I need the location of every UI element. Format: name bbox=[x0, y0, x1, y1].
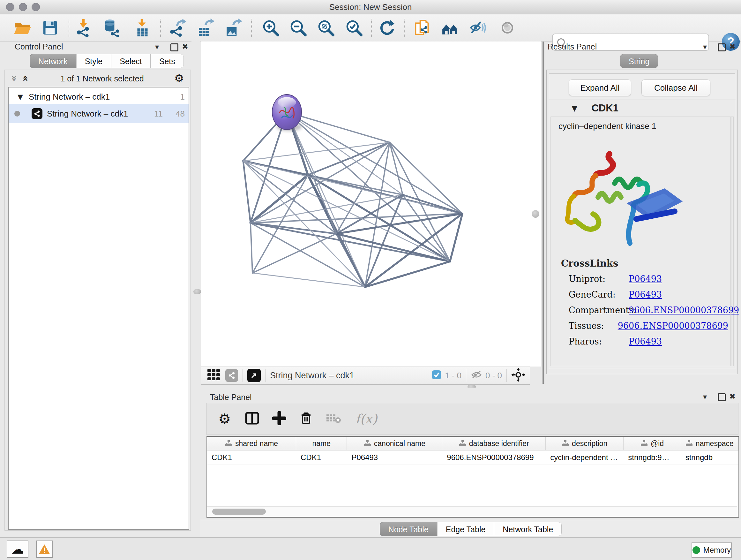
tab-style[interactable]: Style bbox=[76, 54, 111, 68]
zoom-selected-button[interactable] bbox=[344, 18, 363, 37]
hide-details-button[interactable] bbox=[468, 18, 488, 37]
network-canvas[interactable] bbox=[201, 42, 530, 367]
collection-expander-icon[interactable]: ▼ bbox=[17, 93, 23, 101]
table-cell[interactable]: 9606.ENSP00000378699 bbox=[442, 450, 546, 464]
table-cell[interactable]: P06493 bbox=[347, 450, 442, 464]
control-panel-menu-button[interactable]: ▾ bbox=[155, 42, 159, 52]
edge-CCNB2-CDKN1A[interactable] bbox=[287, 112, 450, 261]
column-header-description[interactable]: description bbox=[546, 437, 623, 450]
expand-all-networks-icon[interactable]: » bbox=[19, 75, 30, 81]
tab-sets[interactable]: Sets bbox=[151, 54, 184, 68]
expand-all-button[interactable]: Expand All bbox=[569, 79, 631, 96]
network-collection-row[interactable]: ▼ String Network – cdk1 1 bbox=[9, 87, 189, 104]
table-cell[interactable]: CDK1 bbox=[207, 450, 296, 464]
column-header-shared-name[interactable]: shared name bbox=[207, 437, 296, 450]
tab-select[interactable]: Select bbox=[111, 54, 150, 68]
cloud-status-button[interactable]: ☁ bbox=[7, 541, 28, 558]
edge-CCNB1-HIST1H1A[interactable] bbox=[251, 223, 253, 273]
edge-CCNE1-CDKN1A[interactable] bbox=[365, 261, 450, 287]
node-table[interactable]: shared namenamecanonical namedatabase id… bbox=[206, 436, 739, 518]
crosslink-pharos-link[interactable]: P06493 bbox=[629, 336, 662, 347]
column-header-name[interactable]: name bbox=[296, 437, 347, 450]
string-view-icon[interactable] bbox=[225, 369, 238, 382]
table-hscrollbar[interactable] bbox=[207, 506, 737, 516]
crosslink-uniprot-link[interactable]: P06493 bbox=[629, 274, 662, 284]
crosslink-compartments-link[interactable]: 9606.ENSP00000378699 bbox=[629, 305, 739, 315]
refresh-button[interactable] bbox=[378, 18, 397, 37]
add-column-icon[interactable] bbox=[272, 411, 286, 427]
export-image-button[interactable] bbox=[224, 18, 243, 37]
column-header--id[interactable]: @id bbox=[623, 437, 681, 450]
left-splitter-handle[interactable] bbox=[193, 289, 201, 294]
tab-edge-table[interactable]: Edge Table bbox=[437, 522, 494, 536]
table-panel-float-button[interactable] bbox=[718, 393, 726, 401]
delete-table-icon[interactable] bbox=[326, 413, 341, 425]
column-header-canonical-name[interactable]: canonical name bbox=[347, 437, 442, 450]
show-columns-icon[interactable] bbox=[245, 411, 259, 427]
edge-CCNB1-CDC25B[interactable] bbox=[243, 161, 251, 223]
hidden-eye-icon[interactable] bbox=[471, 369, 482, 382]
table-cell[interactable]: cyclin-dependent … bbox=[546, 450, 623, 464]
delete-column-icon[interactable] bbox=[299, 411, 313, 427]
open-in-window-icon[interactable] bbox=[247, 369, 261, 382]
control-panel-float-button[interactable] bbox=[171, 44, 179, 51]
crosslink-tissues-link[interactable]: 9606.ENSP00000378699 bbox=[618, 321, 728, 331]
tab-node-table[interactable]: Node Table bbox=[380, 522, 437, 536]
selected-checkbox-icon[interactable] bbox=[431, 370, 442, 381]
right-splitter-handle[interactable] bbox=[532, 210, 539, 218]
table-hscrollbar-thumb[interactable] bbox=[212, 509, 266, 515]
results-panel-close-button[interactable]: ✖ bbox=[729, 42, 736, 51]
pan-crosshair-icon[interactable] bbox=[511, 368, 525, 383]
results-scrollbar[interactable] bbox=[731, 117, 731, 366]
table-panel-menu-button[interactable]: ▾ bbox=[703, 392, 707, 401]
open-session-button[interactable] bbox=[13, 18, 32, 37]
save-session-button[interactable] bbox=[41, 18, 60, 37]
memory-button[interactable]: Memory bbox=[691, 543, 732, 558]
table-cell[interactable]: stringdb bbox=[681, 450, 738, 464]
export-network-button[interactable] bbox=[168, 18, 187, 37]
crosslink-genecard-link[interactable]: P06493 bbox=[629, 290, 662, 300]
network-graph[interactable] bbox=[201, 42, 530, 367]
zoom-in-button[interactable] bbox=[261, 18, 280, 37]
clone-network-button[interactable] bbox=[413, 18, 432, 37]
tab-network[interactable]: Network bbox=[30, 54, 76, 68]
table-panel-close-button[interactable]: ✖ bbox=[729, 392, 736, 401]
zoom-out-button[interactable] bbox=[288, 18, 308, 37]
birdseye-grid-icon[interactable] bbox=[207, 368, 221, 383]
node-CCNB2[interactable] bbox=[272, 95, 301, 131]
export-table-button[interactable] bbox=[196, 18, 215, 37]
warnings-button[interactable] bbox=[36, 541, 53, 558]
table-row[interactable]: CDK1CDK1P064939606.ENSP00000378699cyclin… bbox=[207, 450, 738, 465]
edge-CCNB2-CCNA1[interactable] bbox=[287, 112, 390, 142]
results-divider[interactable] bbox=[542, 42, 544, 384]
import-network-button[interactable] bbox=[74, 18, 93, 37]
table-cell[interactable]: stringdb:9… bbox=[623, 450, 681, 464]
neighborhood-button[interactable] bbox=[441, 18, 460, 37]
control-panel-close-button[interactable]: ✖ bbox=[182, 42, 188, 51]
left-splitter[interactable] bbox=[192, 42, 200, 384]
collapse-all-networks-icon[interactable]: » bbox=[9, 75, 20, 81]
column-header-namespace[interactable]: namespace bbox=[681, 437, 738, 450]
edge-CCNB2-RB1[interactable] bbox=[287, 112, 462, 213]
network-row-selected[interactable]: String Network – cdk1 11 48 bbox=[9, 104, 189, 123]
function-builder-button[interactable]: f(x) bbox=[355, 412, 377, 426]
edge-CCNE1-HIST1H1A[interactable] bbox=[253, 273, 365, 287]
results-panel-float-button[interactable] bbox=[718, 44, 726, 51]
result-entry-header[interactable]: ▼ CDK1 bbox=[549, 100, 735, 117]
tab-string[interactable]: String bbox=[620, 54, 658, 68]
import-table-button[interactable] bbox=[133, 18, 152, 37]
edge-CCNB1-CCNA2[interactable] bbox=[251, 223, 336, 234]
edge-CCNB2-CCNE1[interactable] bbox=[287, 112, 365, 287]
zoom-fit-button[interactable] bbox=[316, 18, 335, 37]
bird-eye-toggle-button[interactable] bbox=[498, 18, 517, 37]
import-database-button[interactable] bbox=[102, 18, 121, 37]
edge-CCNA2-HIST1H1A[interactable] bbox=[253, 234, 336, 273]
results-panel-menu-button[interactable]: ▾ bbox=[703, 42, 707, 52]
column-header-database-identifier[interactable]: database identifier bbox=[442, 437, 546, 450]
entry-expander-icon[interactable]: ▼ bbox=[571, 104, 577, 113]
table-gear-icon[interactable]: ⚙ bbox=[218, 414, 231, 424]
table-cell[interactable]: CDK1 bbox=[296, 450, 347, 464]
control-panel-gear-icon[interactable]: ⚙ bbox=[174, 73, 184, 84]
collapse-all-button[interactable]: Collapse All bbox=[642, 79, 711, 96]
tab-network-table[interactable]: Network Table bbox=[494, 522, 562, 536]
